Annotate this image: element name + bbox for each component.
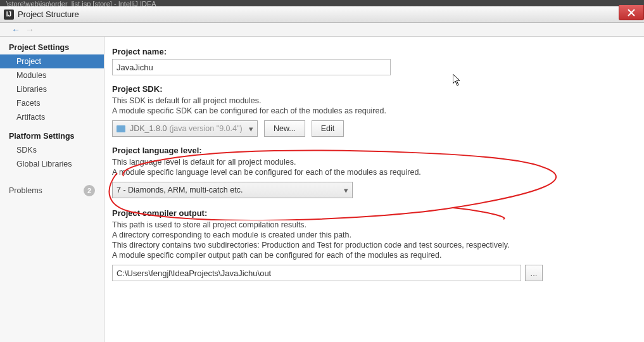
compiler-output-input[interactable] bbox=[112, 265, 521, 281]
group-header-project-settings: Project Settings bbox=[0, 41, 104, 54]
main-panel: Project name: Project SDK: This SDK is d… bbox=[104, 37, 644, 342]
window-title: Project Structure bbox=[18, 10, 79, 19]
browse-button[interactable]: ... bbox=[525, 265, 543, 281]
forward-icon[interactable]: → bbox=[25, 25, 34, 35]
sidebar-item-sdks[interactable]: SDKs bbox=[0, 143, 104, 157]
sidebar-item-problems[interactable]: Problems 2 bbox=[0, 182, 104, 199]
back-icon[interactable]: ← bbox=[11, 25, 20, 35]
problems-badge: 2 bbox=[84, 185, 95, 196]
sidebar-item-libraries[interactable]: Libraries bbox=[0, 82, 104, 96]
titlebar: IJ Project Structure bbox=[0, 6, 644, 23]
lang-selected: 7 - Diamonds, ARM, multi-catch etc. bbox=[117, 186, 243, 194]
sdk-selected: JDK_1.8.0 bbox=[130, 124, 167, 133]
sidebar-item-artifacts[interactable]: Artifacts bbox=[0, 110, 104, 124]
sidebar-item-facets[interactable]: Facets bbox=[0, 96, 104, 110]
folder-icon bbox=[117, 125, 125, 132]
project-sdk-combo[interactable]: JDK_1.8.0 (java version "9.0.4") ▾ bbox=[112, 120, 258, 137]
sdk-new-button[interactable]: New... bbox=[264, 120, 305, 137]
sdk-hint: (java version "9.0.4") bbox=[169, 124, 242, 133]
sdk-desc-2: A module specific SDK can be configured … bbox=[112, 106, 633, 115]
group-header-platform-settings: Platform Settings bbox=[0, 129, 104, 143]
close-button[interactable] bbox=[619, 5, 644, 20]
chevron-down-icon: ▾ bbox=[344, 186, 348, 195]
chevron-down-icon: ▾ bbox=[249, 124, 253, 134]
project-sdk-label: Project SDK: bbox=[112, 84, 633, 94]
out-desc-1: This path is used to store all project c… bbox=[112, 220, 633, 229]
sdk-desc-1: This SDK is default for all project modu… bbox=[112, 96, 633, 105]
project-name-label: Project name: bbox=[112, 47, 633, 56]
language-level-combo[interactable]: 7 - Diamonds, ARM, multi-catch etc. ▾ bbox=[112, 182, 353, 198]
lang-desc-2: A module specific language level can be … bbox=[112, 168, 633, 177]
out-desc-3: This directory contains two subdirectori… bbox=[112, 241, 633, 250]
out-desc-2: A directory corresponding to each module… bbox=[112, 231, 633, 239]
background-tab: \store\web\jsp\order_list.jsp [store] - … bbox=[0, 0, 644, 6]
sidebar: Project Settings Project Modules Librari… bbox=[0, 37, 104, 342]
problems-label: Problems bbox=[9, 186, 42, 195]
navigation-toolbar: ← → bbox=[0, 23, 644, 37]
sdk-edit-button[interactable]: Edit bbox=[312, 120, 344, 137]
sidebar-item-global-libraries[interactable]: Global Libraries bbox=[0, 157, 104, 171]
sidebar-item-project[interactable]: Project bbox=[0, 54, 104, 68]
language-level-label: Project language level: bbox=[112, 146, 633, 155]
compiler-output-label: Project compiler output: bbox=[112, 208, 633, 218]
project-name-input[interactable] bbox=[112, 59, 391, 75]
out-desc-4: A module specific compiler output path c… bbox=[112, 251, 633, 260]
lang-desc-1: This language level is default for all p… bbox=[112, 158, 633, 167]
intellij-icon: IJ bbox=[4, 10, 14, 20]
mouse-cursor-icon bbox=[453, 74, 463, 90]
sidebar-item-modules[interactable]: Modules bbox=[0, 68, 104, 82]
